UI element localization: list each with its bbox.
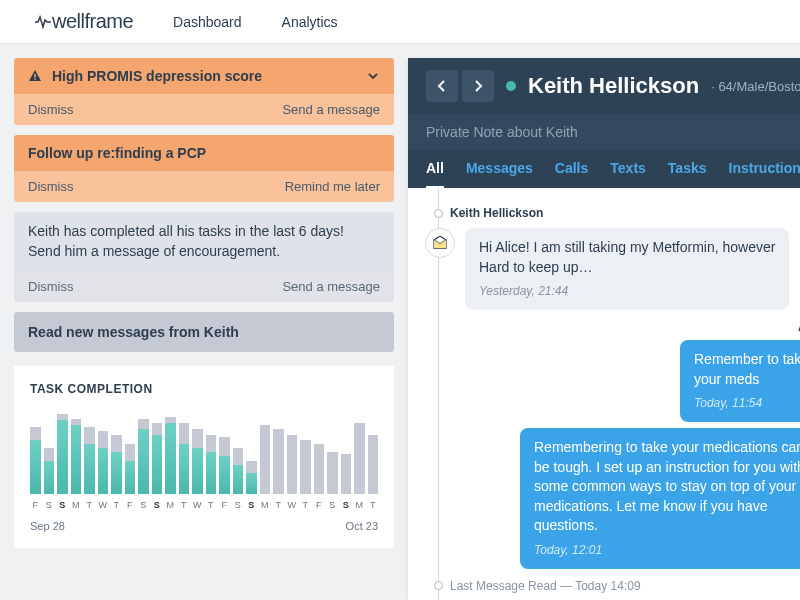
sender-label: Keith Hellickson	[450, 206, 800, 220]
tab-tasks[interactable]: Tasks	[668, 150, 707, 188]
tab-calls[interactable]: Calls	[555, 150, 588, 188]
svg-rect-0	[34, 74, 36, 78]
chart-end-date: Oct 23	[346, 520, 378, 532]
alert-dismiss[interactable]: Dismiss	[28, 102, 74, 117]
task-completion-card: TASK COMPLETION FSSMTWTFSSMTWTFSSMTWTFSS…	[14, 366, 394, 548]
message-text: Remember to take your meds	[694, 350, 800, 389]
alert-action[interactable]: Send a message	[282, 102, 380, 117]
thread-tabs: All Messages Calls Texts Tasks Instructi…	[408, 150, 800, 188]
message-time: Today, 12:01	[534, 542, 800, 559]
message-time: Yesterday, 21:44	[479, 283, 775, 300]
nav-dashboard[interactable]: Dashboard	[173, 14, 242, 30]
alert-title: Follow up re:finding a PCP	[28, 145, 206, 161]
left-panel: High PROMIS depression score Dismiss Sen…	[14, 58, 394, 600]
prev-button[interactable]	[426, 70, 458, 102]
alert-title: High PROMIS depression score	[52, 68, 262, 84]
alert-new-messages[interactable]: Read new messages from Keith	[14, 312, 394, 352]
alert-title: Keith has completed all his tasks in the…	[28, 222, 380, 261]
patient-name: Keith Hellickson	[528, 73, 699, 99]
read-receipt: Last Message Read — Today 14:09	[450, 579, 800, 593]
patient-header: Keith Hellickson · 64/Male/Boston	[408, 58, 800, 114]
tab-messages[interactable]: Messages	[466, 150, 533, 188]
patient-meta: · 64/Male/Boston	[711, 79, 800, 94]
chevron-down-icon[interactable]	[366, 69, 380, 83]
private-note-input[interactable]: Private Note about Keith	[408, 114, 800, 150]
sender-label-right: Alice	[440, 320, 800, 334]
card-title: TASK COMPLETION	[30, 382, 378, 396]
chart-start-date: Sep 28	[30, 520, 65, 532]
alert-followup-pcp: Follow up re:finding a PCP Dismiss Remin…	[14, 135, 394, 202]
warning-icon	[28, 69, 42, 83]
alert-high-promis: High PROMIS depression score Dismiss Sen…	[14, 58, 394, 125]
alert-action[interactable]: Send a message	[282, 279, 380, 294]
nav-analytics[interactable]: Analytics	[282, 14, 338, 30]
message-thread: Keith Hellickson Hi Alice! I am still ta…	[408, 188, 800, 600]
tab-instructions[interactable]: Instructions	[729, 150, 800, 188]
status-dot-icon	[506, 81, 516, 91]
svg-rect-1	[34, 78, 36, 80]
message-text: Remembering to take your medications can…	[534, 438, 800, 536]
envelope-icon	[425, 228, 455, 258]
patient-panel: Keith Hellickson · 64/Male/Boston Privat…	[408, 58, 800, 600]
message-time: Today, 11:54	[694, 395, 800, 412]
tab-texts[interactable]: Texts	[610, 150, 646, 188]
tab-all[interactable]: All	[426, 150, 444, 189]
message-outgoing: Remembering to take your medications can…	[440, 428, 800, 569]
next-button[interactable]	[462, 70, 494, 102]
message-outgoing: Remember to take your meds Today, 11:54	[440, 340, 800, 422]
message-incoming: Hi Alice! I am still taking my Metformin…	[440, 228, 800, 310]
task-completion-chart: FSSMTWTFSSMTWTFSSMTWTFSSMT	[30, 410, 378, 510]
top-bar: wellframe Dashboard Analytics	[0, 0, 800, 44]
brand-logo: wellframe	[18, 10, 133, 33]
alert-dismiss[interactable]: Dismiss	[28, 179, 74, 194]
alert-dismiss[interactable]: Dismiss	[28, 279, 74, 294]
alert-action[interactable]: Remind me later	[285, 179, 380, 194]
alert-tasks-completed: Keith has completed all his tasks in the…	[14, 212, 394, 302]
message-text: Hi Alice! I am still taking my Metformin…	[479, 238, 775, 277]
